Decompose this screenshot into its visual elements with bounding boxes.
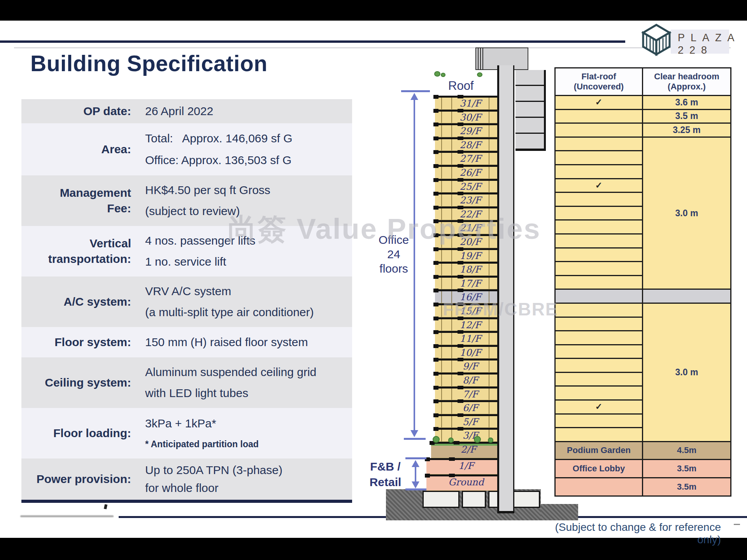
dimension-bar-top: [401, 90, 430, 92]
headroom-cell-merged: 3.0 m: [643, 137, 731, 289]
building-floor-2F: 2/F: [431, 442, 497, 458]
spec-value-line: 3kPa + 1kPa*: [145, 417, 352, 430]
flat-roof-cell: [555, 123, 643, 137]
flat-roof-cell: [555, 206, 643, 220]
flat-roof-cell: ✓: [555, 400, 643, 414]
floor-label: 30/F: [435, 112, 497, 123]
fnb-arrowhead-down-icon: [412, 481, 419, 488]
floor-label: 11/F: [435, 333, 497, 345]
spec-label: Ceiling system:: [21, 357, 131, 408]
header-rule: [0, 40, 625, 43]
flat-roof-cell: [555, 331, 643, 345]
spec-row-7: Floor loading:3kPa + 1kPa** Anticipated …: [21, 408, 352, 458]
building-floor-18F: 18/F: [435, 262, 497, 276]
spec-row-6: Ceiling system:Aluminum suspended ceilin…: [21, 357, 352, 408]
ground-mass-right: [541, 504, 578, 520]
building-floor-Ground: Ground: [426, 474, 497, 491]
spec-label: Management Fee:: [21, 175, 131, 226]
headroom-cell: 3.5 m: [643, 109, 731, 123]
headroom-row-31F: ✓3.6 m: [555, 96, 731, 110]
building-floor-19F: 19/F: [435, 248, 497, 262]
page-title: Building Specification: [30, 51, 268, 76]
floor-label: 9/F: [435, 360, 497, 372]
floor-label: 1/F: [426, 460, 497, 472]
watermark-sub: FROM/CBRE: [443, 299, 558, 320]
watermark-main: 尚簽 Value Properties: [228, 210, 541, 249]
fnb-dimension-shaft: [415, 465, 416, 484]
spec-row-8: Power provision:Up to 250A TPN (3-phase)…: [21, 458, 352, 500]
building-floor-31F: 31/F: [435, 96, 497, 110]
basement-cells: [423, 491, 540, 508]
building-floor-27F: 27/F: [435, 151, 497, 165]
redaction-smudge: [20, 515, 114, 517]
headroom-cell: 3.25 m: [643, 123, 731, 137]
building-floor-25F: 25/F: [435, 179, 497, 193]
spec-row-4: A/C system:VRV A/C system(a multi-split …: [21, 276, 352, 327]
spec-value-line: Up to 250A TPN (3-phase): [145, 464, 352, 477]
spec-value-line: * Anticipated partition load: [145, 439, 352, 450]
office-note-line2: 24: [370, 247, 417, 261]
building-floor-17F: 17/F: [435, 276, 497, 290]
tree-icon: [474, 436, 481, 443]
fnb-note-line2: Retail: [361, 474, 410, 490]
floor-label: 2/F: [431, 444, 497, 455]
spec-label: Power provision:: [21, 458, 131, 500]
headroom-row-2F: Podium Garden4.5m: [555, 441, 731, 459]
spec-value: Total: Approx. 146,069 sf GOffice: Appro…: [131, 123, 352, 175]
flat-roof-cell: [555, 234, 643, 248]
floor-label: 26/F: [435, 167, 497, 178]
headroom-cell: 4.5m: [643, 441, 731, 459]
flat-roof-cell: [555, 164, 643, 178]
flat-roof-cell: [555, 317, 643, 331]
flat-roof-cell: [555, 248, 643, 262]
flat-roof-cell: [555, 345, 643, 359]
spec-value: Aluminum suspended ceiling gridwith LED …: [131, 357, 352, 408]
floor-label: 27/F: [435, 153, 497, 164]
spec-row-1: Area:Total: Approx. 146,069 sf GOffice: …: [21, 123, 352, 175]
plaza-228-logo-icon: [640, 23, 672, 59]
spec-label: A/C system:: [21, 276, 131, 327]
spec-value-line: Office: Approx. 136,503 sf G: [145, 154, 352, 167]
spec-value-line: Aluminum suspended ceiling grid: [145, 366, 352, 379]
headroom-row-Ground: 3.5m: [555, 478, 731, 496]
headroom-table: Flat-roof (Uncovered)Clear headroom (App…: [554, 67, 731, 497]
roof-plant-room-hatch: [475, 47, 483, 70]
building-floor-28F: 28/F: [435, 137, 497, 151]
building-floor-6F: 6/F: [435, 400, 497, 414]
spec-value-line: 26 April 2022: [145, 105, 352, 118]
headroom-row-28F: 3.0 m: [555, 137, 731, 151]
spec-value-line: 1 no. service lift: [145, 255, 352, 268]
flat-roof-cell: Podium Garden: [555, 441, 643, 459]
flat-roof-cell: [555, 220, 643, 234]
floor-label: 29/F: [435, 125, 497, 137]
spec-table-underline: [21, 500, 352, 503]
flat-roof-cell: [555, 289, 643, 303]
building-floor-8F: 8/F: [435, 373, 497, 387]
headroom-row-16F: [555, 289, 731, 303]
tree-icon: [441, 73, 445, 77]
building-core: [497, 65, 514, 513]
floor-label: Ground: [426, 476, 497, 488]
headroom-col2-header: Clear headroom (Approx.): [643, 68, 731, 96]
floor-label: 10/F: [435, 347, 497, 359]
ink-speck: [104, 504, 107, 509]
flat-roof-cell: [555, 386, 643, 400]
flat-roof-cell: [555, 478, 643, 496]
headroom-col1-header: Flat-roof (Uncovered): [555, 68, 643, 96]
spec-value-line: (a multi-split type air conditioner): [145, 306, 352, 319]
building-floor-1F: 1/F: [426, 458, 497, 474]
building-floor-30F: 30/F: [435, 110, 497, 124]
spec-label: OP date:: [21, 99, 131, 123]
basement-cell: [462, 491, 486, 508]
spec-value-line: VRV A/C system: [145, 285, 352, 298]
building-floor-7F: 7/F: [435, 387, 497, 401]
floor-label: 8/F: [435, 374, 497, 386]
building-floor-9F: 9/F: [435, 359, 497, 373]
floor-label: 19/F: [435, 250, 497, 262]
floor-label: 18/F: [435, 264, 497, 275]
floor-label: 5/F: [435, 416, 497, 428]
spec-row-5: Floor system:150 mm (H) raised floor sys…: [21, 327, 352, 357]
flat-roof-cell: [555, 192, 643, 206]
headroom-cell: 3.6 m: [643, 96, 731, 110]
spec-label: Vertical transportation:: [21, 226, 131, 276]
